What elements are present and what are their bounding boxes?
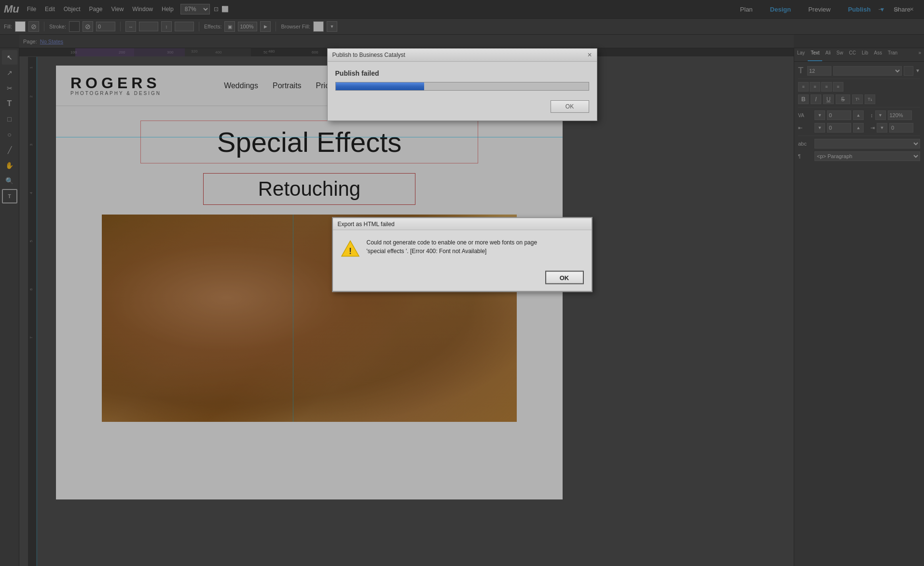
error-message-line1: Could not generate code to enable one or…	[367, 238, 538, 247]
error-dialog: Export as HTML failed ! Could not genera…	[332, 217, 593, 292]
publish-dialog: Publish to Business Catalyst ✕ Publish f…	[327, 48, 597, 121]
warning-icon: !	[341, 239, 360, 258]
publish-dialog-title: Publish to Business Catalyst	[332, 52, 405, 58]
error-buttons: OK	[333, 266, 592, 291]
error-title: Export as HTML failed	[338, 221, 395, 228]
publish-progress	[335, 82, 589, 91]
error-ok-button[interactable]: OK	[545, 271, 584, 284]
error-titlebar: Export as HTML failed	[333, 218, 592, 230]
publish-dialog-titlebar: Publish to Business Catalyst ✕	[328, 49, 597, 62]
publish-dialog-body: Publish failed OK	[328, 62, 597, 121]
error-message-line2: 'special effects '. [Error 400: Font not…	[367, 247, 538, 256]
svg-text:!: !	[349, 246, 352, 256]
publish-cancel-btn[interactable]: OK	[551, 100, 589, 113]
publish-dialog-close[interactable]: ✕	[587, 52, 592, 58]
publish-status: Publish failed	[335, 69, 589, 77]
error-body: ! Could not generate code to enable one …	[333, 230, 592, 266]
publish-progress-fill	[336, 82, 424, 90]
error-message: Could not generate code to enable one or…	[367, 238, 538, 256]
